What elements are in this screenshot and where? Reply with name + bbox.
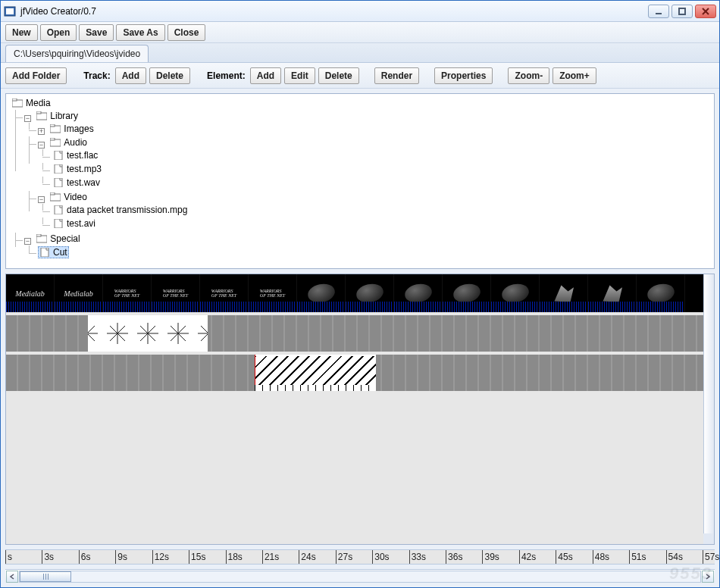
ruler-tick: 36s — [446, 550, 462, 564]
expand-toggle[interactable]: − — [24, 238, 31, 245]
toolbar: Add Folder Track: Add Delete Element: Ad… — [1, 63, 719, 89]
expand-toggle[interactable]: − — [38, 142, 45, 149]
svg-rect-14 — [55, 151, 62, 160]
svg-rect-15 — [55, 164, 62, 174]
video-thumbnail[interactable]: WARRIORSOF THE NET — [249, 274, 297, 312]
properties-button[interactable]: Properties — [434, 67, 493, 84]
video-thumbnail[interactable]: WARRIORSOF THE NET — [152, 274, 200, 312]
video-thumbnail[interactable] — [297, 274, 346, 312]
tree-label: test.mp3 — [67, 164, 102, 174]
save-button[interactable]: Save — [79, 24, 114, 41]
svg-rect-11 — [50, 124, 55, 127]
ruler-tick: 6s — [79, 550, 91, 564]
horizontal-scrollbar[interactable] — [5, 569, 715, 583]
tree-audio[interactable]: Audio — [49, 137, 89, 148]
app-window: jfVideo Creator/0.7 New Open Save Save A… — [0, 0, 720, 588]
media-tree-pane[interactable]: Media − Library — [5, 93, 715, 269]
video-thumbnail[interactable] — [394, 274, 443, 312]
track-3[interactable] — [6, 355, 703, 394]
tree-label: Media — [26, 98, 51, 108]
tree-label: Special — [50, 233, 80, 244]
zoom-in-button[interactable]: Zoom+ — [553, 67, 596, 84]
scrollbar-thumb[interactable] — [20, 571, 71, 582]
ruler-tick: 30s — [372, 550, 389, 564]
video-thumbnail[interactable]: Medialab — [55, 274, 103, 312]
video-thumbnail[interactable] — [443, 274, 491, 312]
folder-icon — [50, 192, 61, 202]
tree-file-item[interactable]: Cut — [38, 246, 69, 258]
svg-rect-9 — [36, 111, 41, 114]
tree-root-media[interactable]: Media — [11, 98, 52, 108]
add-folder-button[interactable]: Add Folder — [5, 67, 67, 84]
tree-video[interactable]: Video — [49, 192, 88, 202]
scrollbar-track[interactable] — [19, 571, 701, 583]
video-thumbnail[interactable]: Medialab — [6, 274, 55, 312]
ruler-tick: 27s — [336, 550, 352, 564]
svg-rect-3 — [679, 8, 685, 14]
video-thumbnail[interactable] — [491, 274, 540, 312]
svg-rect-19 — [55, 205, 62, 214]
ruler-tick: 57s — [703, 550, 719, 564]
video-track[interactable]: MedialabMedialabWARRIORSOF THE NETWARRIO… — [6, 274, 703, 315]
close-button[interactable] — [695, 5, 716, 18]
ruler-tick: 45s — [556, 550, 572, 564]
render-button[interactable]: Render — [374, 67, 419, 84]
time-ruler[interactable]: s3s6s9s12s15s18s21s24s27s30s33s36s39s42s… — [5, 549, 715, 565]
tree-file-item[interactable]: test.flac — [52, 150, 99, 161]
project-tab[interactable]: C:\Users\pquiring\Videos\jvideo — [5, 45, 149, 62]
tree-special[interactable]: Special — [35, 233, 81, 244]
zoom-out-button[interactable]: Zoom- — [508, 67, 549, 84]
timeline-scroll[interactable]: MedialabMedialabWARRIORSOF THE NETWARRIO… — [6, 274, 703, 533]
tree-label: test.avi — [67, 218, 95, 229]
open-button[interactable]: Open — [40, 24, 77, 41]
track-label: Track: — [82, 70, 111, 81]
vertical-scrollbar[interactable] — [703, 274, 714, 533]
element-edit-button[interactable]: Edit — [284, 67, 315, 84]
track-add-button[interactable]: Add — [115, 67, 146, 84]
tree-file-item[interactable]: test.avi — [52, 218, 97, 229]
media-tree: Media − Library — [9, 97, 711, 261]
scroll-left-button[interactable] — [6, 571, 18, 583]
tree-library[interactable]: Library — [35, 111, 80, 121]
video-thumbnail[interactable]: WARRIORSOF THE NET — [200, 274, 249, 312]
clip-spark[interactable] — [88, 315, 208, 352]
close-file-button[interactable]: Close — [167, 24, 206, 41]
video-thumbnail[interactable] — [540, 274, 588, 312]
expand-toggle[interactable]: − — [24, 115, 31, 122]
window-title: jfVideo Creator/0.7 — [20, 6, 648, 17]
minimize-button[interactable] — [648, 5, 669, 18]
svg-rect-22 — [36, 234, 41, 236]
save-as-button[interactable]: Save As — [116, 24, 164, 41]
expand-toggle[interactable]: + — [38, 128, 45, 135]
tree-label: test.wav — [67, 177, 100, 188]
ruler-tick: 48s — [593, 550, 609, 564]
tree-file-item[interactable]: test.wav — [52, 177, 102, 188]
video-thumbnail[interactable]: WARRIORSOF THE NET — [103, 274, 152, 312]
video-thumbnail[interactable] — [588, 274, 637, 312]
file-icon — [53, 219, 64, 228]
tree-file-item[interactable]: test.mp3 — [52, 164, 103, 174]
folder-icon — [12, 99, 23, 108]
svg-rect-1 — [6, 8, 14, 14]
tree-file-item[interactable]: data packet transmission.mpg — [52, 205, 189, 215]
ruler-tick: 51s — [629, 550, 646, 564]
ruler-tick: 3s — [42, 550, 54, 564]
tree-label: Audio — [64, 137, 87, 148]
app-icon — [4, 5, 16, 17]
tree-images[interactable]: Images — [49, 124, 95, 134]
expand-toggle[interactable]: − — [38, 196, 45, 203]
file-icon — [39, 248, 50, 257]
clip-wave[interactable] — [255, 355, 376, 391]
track-delete-button[interactable]: Delete — [149, 67, 190, 84]
scroll-right-button[interactable] — [702, 571, 714, 583]
file-icon — [53, 178, 64, 187]
element-label: Element: — [205, 70, 247, 81]
folder-icon — [36, 111, 47, 120]
video-thumbnail[interactable] — [346, 274, 394, 312]
video-thumbnail[interactable] — [637, 274, 685, 312]
element-add-button[interactable]: Add — [250, 67, 281, 84]
maximize-button[interactable] — [671, 5, 693, 18]
element-delete-button[interactable]: Delete — [318, 67, 359, 84]
track-2[interactable] — [6, 315, 703, 355]
new-button[interactable]: New — [5, 24, 38, 41]
